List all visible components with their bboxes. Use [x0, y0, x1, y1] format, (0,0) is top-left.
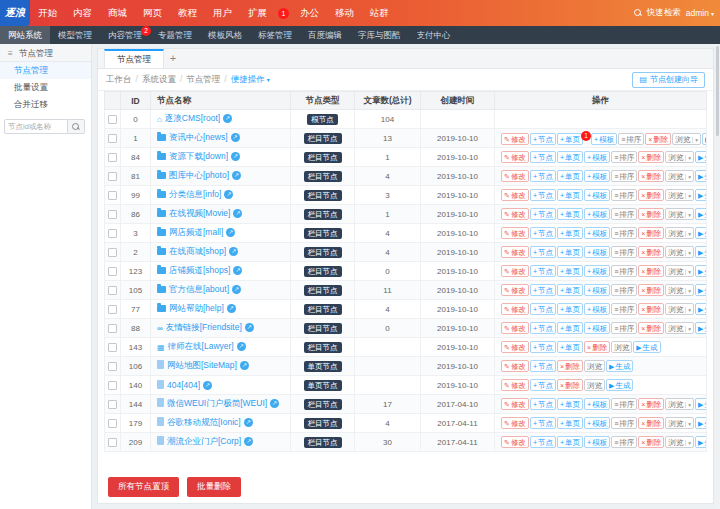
- op-sort-button[interactable]: ≡排序: [611, 246, 637, 258]
- sidebar-item-merge-move[interactable]: 合并迁移: [0, 96, 91, 113]
- op-sort-button[interactable]: ≡排序: [618, 133, 644, 145]
- op-edit-button[interactable]: ✎修改: [501, 398, 529, 410]
- op-gen-button[interactable]: ▶生成: [695, 208, 706, 220]
- op-node-button[interactable]: +节点: [530, 360, 556, 372]
- op-node-button[interactable]: +节点: [530, 417, 556, 429]
- op-del-button[interactable]: ×删除: [638, 417, 664, 429]
- top-menu-item-content[interactable]: 内容: [65, 0, 100, 26]
- op-node-button[interactable]: +节点: [530, 246, 556, 258]
- op-view-button[interactable]: 浏览▾: [665, 189, 694, 201]
- node-name-link[interactable]: 潮流企业门户[Corp]: [167, 436, 241, 446]
- row-checkbox[interactable]: [108, 210, 117, 219]
- row-checkbox[interactable]: [108, 286, 117, 295]
- open-site-icon[interactable]: [227, 304, 236, 313]
- open-site-icon[interactable]: [224, 190, 233, 199]
- op-tpl-button[interactable]: +模板: [584, 284, 610, 296]
- op-edit-button[interactable]: ✎修改: [501, 360, 529, 372]
- op-del-button[interactable]: ×删除: [638, 265, 664, 277]
- op-node-button[interactable]: +节点: [530, 227, 556, 239]
- op-del-button[interactable]: ×删除: [638, 189, 664, 201]
- node-name-link[interactable]: 谷歌移动规范[Ionic]: [167, 417, 241, 427]
- op-edit-button[interactable]: ✎修改: [501, 284, 529, 296]
- op-sort-button[interactable]: ≡排序: [611, 265, 637, 277]
- node-name-link[interactable]: 在线商城[shop]: [169, 246, 226, 256]
- open-site-icon[interactable]: [203, 381, 212, 390]
- op-tpl-button[interactable]: +模板: [584, 170, 610, 182]
- op-view-button[interactable]: 浏览▾: [665, 208, 694, 220]
- op-del-button[interactable]: ×删除: [638, 398, 664, 410]
- op-edit-button[interactable]: ✎修改: [501, 341, 529, 353]
- breadcrumb-node-manage[interactable]: 节点管理: [176, 74, 220, 86]
- add-tab-button[interactable]: +: [164, 49, 182, 68]
- node-name-link[interactable]: 网店频道[mall]: [169, 227, 223, 237]
- node-name-link[interactable]: 微信WEUI门户极简[WEUI]: [167, 398, 267, 408]
- row-checkbox[interactable]: [108, 343, 117, 352]
- op-edit-button[interactable]: ✎修改: [501, 208, 529, 220]
- open-site-icon[interactable]: [233, 209, 242, 218]
- op-gen-button[interactable]: ▶生成: [606, 379, 633, 391]
- logo[interactable]: 逐浪: [0, 0, 30, 26]
- user-menu[interactable]: admin: [686, 8, 714, 18]
- node-search-button[interactable]: [68, 119, 85, 134]
- open-site-icon[interactable]: [223, 114, 232, 123]
- pin-all-nodes-button[interactable]: 所有节点置顶: [108, 477, 179, 497]
- op-view-button[interactable]: 浏览▾: [665, 417, 694, 429]
- open-site-icon[interactable]: [233, 266, 242, 275]
- op-page-button[interactable]: +单页: [557, 284, 583, 296]
- op-page-button[interactable]: +单页: [557, 398, 583, 410]
- op-view-button[interactable]: 浏览▾: [665, 303, 694, 315]
- top-menu-item-tutorial[interactable]: 教程: [170, 0, 205, 26]
- op-view-button[interactable]: 浏览▾: [665, 246, 694, 258]
- op-view-button[interactable]: 浏览▾: [665, 398, 694, 410]
- open-site-icon[interactable]: [231, 133, 240, 142]
- op-del-button[interactable]: ×删除: [638, 436, 664, 448]
- node-name-link[interactable]: 网站地图[SiteMap]: [167, 360, 237, 370]
- row-checkbox[interactable]: [108, 381, 117, 390]
- row-checkbox[interactable]: [108, 229, 117, 238]
- op-edit-button[interactable]: ✎修改: [501, 436, 529, 448]
- op-gen-button[interactable]: ▶生成: [695, 303, 706, 315]
- op-tpl-button[interactable]: +模板: [584, 303, 610, 315]
- op-page-button[interactable]: +单页: [557, 151, 583, 163]
- op-del-button[interactable]: ×删除: [638, 284, 664, 296]
- open-site-icon[interactable]: [226, 228, 235, 237]
- row-checkbox[interactable]: [108, 115, 117, 124]
- op-page-button[interactable]: +单页: [557, 303, 583, 315]
- node-name-link[interactable]: 404[404]: [167, 380, 200, 390]
- top-menu-item-mall[interactable]: 商城: [100, 0, 135, 26]
- op-gen-button[interactable]: ▶生成: [695, 436, 706, 448]
- subnav-item-model[interactable]: 模型管理: [50, 26, 100, 44]
- open-site-icon[interactable]: [245, 323, 254, 332]
- open-site-icon[interactable]: [231, 152, 240, 161]
- op-page-button[interactable]: +单页: [557, 133, 583, 145]
- top-menu-item-start[interactable]: 开始: [30, 0, 65, 26]
- op-del-button[interactable]: ×删除: [638, 227, 664, 239]
- node-name-link[interactable]: 店铺频道[shops]: [169, 265, 230, 275]
- op-node-button[interactable]: +节点: [530, 322, 556, 334]
- breadcrumb-system-settings[interactable]: 系统设置: [132, 74, 176, 86]
- quick-search-label[interactable]: 快速检索: [647, 7, 681, 19]
- subnav-item-template[interactable]: 模板风格: [200, 26, 250, 44]
- op-tpl-button[interactable]: +模板: [584, 189, 610, 201]
- row-checkbox[interactable]: [108, 362, 117, 371]
- subnav-item-editor[interactable]: 百度编辑: [300, 26, 350, 44]
- node-name-link[interactable]: 在线视频[Movie]: [169, 208, 230, 218]
- op-viewp-button[interactable]: 浏览: [584, 379, 605, 391]
- op-view-button[interactable]: 浏览▾: [665, 322, 694, 334]
- row-checkbox[interactable]: [108, 400, 117, 409]
- op-view-button[interactable]: 浏览▾: [665, 265, 694, 277]
- op-view-button[interactable]: 浏览▾: [665, 170, 694, 182]
- top-menu-item-web[interactable]: 网页: [135, 0, 170, 26]
- op-gen-button[interactable]: ▶生成: [695, 284, 706, 296]
- op-gen-button[interactable]: ▶生成: [695, 417, 706, 429]
- op-edit-button[interactable]: ✎修改: [501, 133, 529, 145]
- op-page-button[interactable]: +单页: [557, 208, 583, 220]
- op-del-button[interactable]: ×删除: [638, 246, 664, 258]
- op-sort-button[interactable]: ≡排序: [611, 398, 637, 410]
- op-edit-button[interactable]: ✎修改: [501, 151, 529, 163]
- tab-node-manage[interactable]: 节点管理: [104, 49, 164, 68]
- subnav-item-fonts[interactable]: 字库与图酷: [350, 26, 409, 44]
- sidebar-item-batch-set[interactable]: 批量设置: [0, 79, 91, 96]
- open-site-icon[interactable]: [244, 418, 253, 427]
- op-page-button[interactable]: +单页: [557, 246, 583, 258]
